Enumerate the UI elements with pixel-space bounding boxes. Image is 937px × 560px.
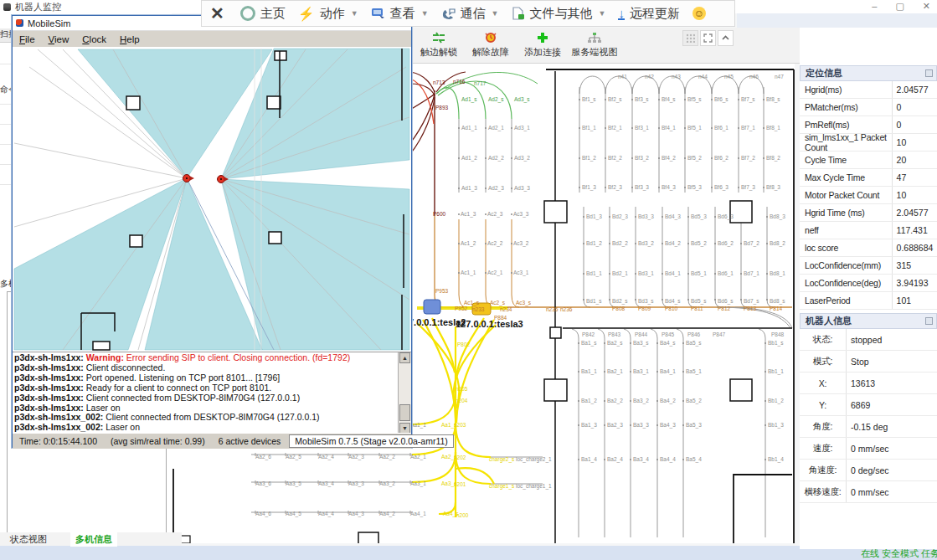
map-node-label: Bd8_s xyxy=(770,298,785,305)
map-node-label: Bf8_1 xyxy=(766,125,780,131)
mobilesim-canvas[interactable] xyxy=(13,47,411,352)
map-node-label: Ac1_2 xyxy=(461,240,476,247)
menu-help[interactable]: Help xyxy=(113,34,147,44)
file-icon xyxy=(512,7,525,20)
map-node-label: Ba2_1 xyxy=(607,368,623,375)
scrollbar-thumb[interactable] xyxy=(399,404,410,421)
chevron-down-icon: ▼ xyxy=(599,9,606,18)
sim-robot-1[interactable] xyxy=(183,175,195,182)
add-connection-button[interactable]: 添加连接 xyxy=(517,31,569,59)
connection-status-text: 在线 安全模式 任务状态 xyxy=(861,547,937,560)
map-node-label: P802 xyxy=(457,342,471,347)
map-node-label: Aa2_2 xyxy=(379,454,395,460)
robot-info-panel-header: 机器人信息 xyxy=(800,313,937,329)
files-menu-button[interactable]: 文件与其他▼ xyxy=(512,6,606,22)
scroll-up-icon[interactable]: ▲ xyxy=(399,352,410,363)
map-node-label: P808 xyxy=(612,306,626,311)
map-node-label: Ba5_2 xyxy=(686,398,702,404)
home-button[interactable]: 主页 xyxy=(240,6,286,22)
map-node-label: P811 xyxy=(691,306,703,311)
actions-menu-button[interactable]: ⚡ 动作▼ xyxy=(298,6,358,22)
map-node-label: Bf7_3 xyxy=(741,184,755,191)
menu-clock[interactable]: Clock xyxy=(75,34,113,44)
map-node-label: Ad3_s xyxy=(514,96,530,103)
tab-status-view[interactable]: 状态视图 xyxy=(10,533,47,546)
map-node-label: P843 xyxy=(608,331,621,337)
map-node-label: Ad2_s xyxy=(488,96,504,103)
map-node-label: Aa3_4 xyxy=(318,480,334,487)
localization-panel-header: 定位信息 xyxy=(800,65,937,81)
chevron-down-icon: ▼ xyxy=(492,9,499,18)
map-node-label: Aa4_1 xyxy=(410,511,426,517)
map-node-label: Bf3_3 xyxy=(635,184,649,191)
fit-view-icon[interactable] xyxy=(700,30,716,46)
map-node-label: Bf2_3 xyxy=(608,184,622,191)
map-node-label: Bb1_3 xyxy=(768,422,784,429)
map-node-label: Aa2_6 xyxy=(255,454,271,460)
map-node-label: Ac1_1 xyxy=(461,270,476,276)
map-node-label: Bd7_2 xyxy=(744,240,759,247)
pin-icon[interactable] xyxy=(925,69,933,77)
view-menu-button[interactable]: 查看▼ xyxy=(371,6,429,22)
map-node-label: Aa4_3 xyxy=(348,511,364,517)
map-node-label: Bf3_s xyxy=(635,96,649,103)
pin-icon[interactable] xyxy=(925,317,933,325)
map-node-label: Ac3_s xyxy=(516,300,532,306)
map-node-label: Bf8_2 xyxy=(766,155,780,162)
map-node-label: Aa2_1 xyxy=(410,454,426,460)
map-node-label: Bd6_3 xyxy=(718,213,734,220)
map-node-label: n235 xyxy=(546,306,559,312)
map-node-label: Bd5_s xyxy=(691,298,707,305)
table-row: 状态:stopped xyxy=(800,329,937,351)
robot-marker-tesla2[interactable] xyxy=(424,300,440,314)
menu-file[interactable]: File xyxy=(13,34,42,44)
menu-view[interactable]: View xyxy=(42,34,76,44)
remote-update-button[interactable]: ↓ 远程更新 xyxy=(618,6,680,22)
mobilesim-window[interactable]: MobileSim FileViewClockHelp xyxy=(12,15,412,448)
map-node-label: Bd6_s xyxy=(718,298,734,305)
map-node-label: Bd1_2 xyxy=(586,240,602,247)
table-row: sim_lms1xx_1 Packet Count10 xyxy=(800,134,937,152)
mobilesim-statusbar: Time: 0:0:15:44.100 (avg sim/real time: … xyxy=(13,433,411,449)
map-node-label: Ad1_2 xyxy=(461,155,477,162)
server-view-button[interactable]: 服务端视图 xyxy=(569,31,620,59)
map-node-label: P952 xyxy=(455,306,468,311)
table-row: loc score0.688684 xyxy=(800,239,937,257)
map-node-label: Ad3_3 xyxy=(514,185,530,192)
collapse-panel-icon[interactable] xyxy=(718,30,734,46)
map-node-label: n202 xyxy=(454,455,466,460)
map-node-label: Bd2_3 xyxy=(612,213,628,220)
toolbar-close-icon[interactable]: ✕ xyxy=(210,3,224,23)
table-row: 角度:-0.15 deg xyxy=(800,416,937,438)
map-node-label: Bd5_1 xyxy=(691,270,707,277)
map-node-label: Bf1_1 xyxy=(582,125,596,131)
map-node-label: n713 xyxy=(433,80,445,85)
grid-toggle-icon[interactable] xyxy=(682,30,698,46)
chevron-down-icon: ▼ xyxy=(421,9,429,18)
mobilesim-log[interactable]: p3dx-sh-lms1xx: Warning: Error sending S… xyxy=(13,352,411,434)
clear-fault-button[interactable]: 解除故障 xyxy=(465,31,517,59)
map-node-label: n205 xyxy=(456,386,468,392)
window-title: 机器人监控 xyxy=(15,1,61,13)
map-node-label: Ad1_1 xyxy=(461,125,477,131)
map-node-label: Bf3_2 xyxy=(635,155,649,162)
maximize-button[interactable]: ▢ xyxy=(895,1,904,12)
map-node-label: Bd4_s xyxy=(665,298,681,305)
smiley-icon: ☺ xyxy=(692,7,706,20)
map-node-label: Bf7_2 xyxy=(741,155,755,162)
map-node-label: n46 xyxy=(749,74,759,80)
log-scrollbar[interactable]: ▲ ▼ xyxy=(398,352,411,434)
map-node-label: Bf2_2 xyxy=(608,155,622,162)
close-button[interactable]: ✕ xyxy=(923,1,930,12)
map-node-label: Bf3_1 xyxy=(635,125,649,131)
communication-menu-button[interactable]: 通信▼ xyxy=(441,6,499,22)
tab-multi-robot-info[interactable]: 多机信息 xyxy=(70,532,117,547)
map-node-label: Bd8_2 xyxy=(770,240,785,247)
mobilesim-icon xyxy=(16,19,23,27)
map-node-label: Bd2_2 xyxy=(612,240,628,247)
bumper-unlock-button[interactable]: 触边解锁 xyxy=(413,31,465,59)
minimize-button[interactable]: – xyxy=(872,1,877,12)
map-node-label: n44 xyxy=(698,74,708,80)
map-node-label: Bf8_3 xyxy=(766,184,780,191)
map-node-label: Bf6_2 xyxy=(714,155,728,162)
